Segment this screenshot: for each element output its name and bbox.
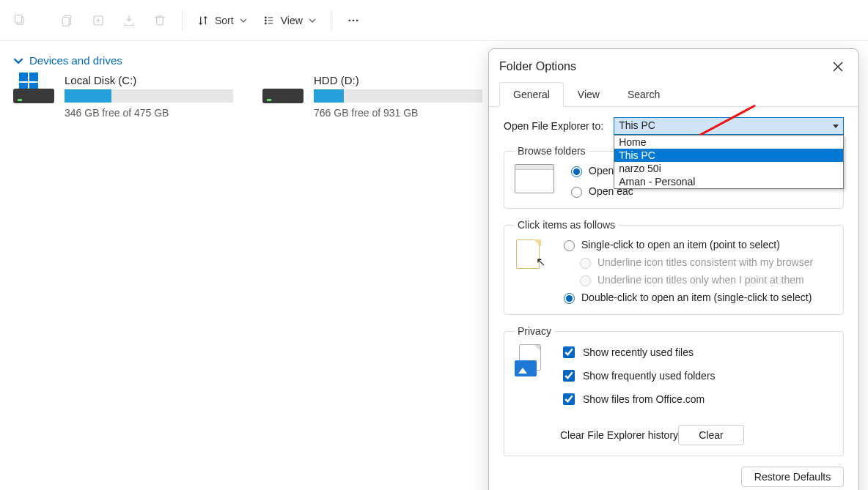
radio-single-click[interactable]: Single-click to open an item (point to s…	[560, 238, 813, 251]
tab-view[interactable]: View	[564, 82, 614, 107]
check-office-files[interactable]: Show files from Office.com	[560, 391, 744, 407]
combo-selected[interactable]: This PC	[614, 117, 844, 135]
drive-free-text: 766 GB free of 931 GB	[314, 107, 482, 119]
svg-point-6	[265, 20, 266, 21]
click-items-group: Click items as follows ↖ Single-click to…	[504, 219, 844, 315]
tab-strip: General View Search	[489, 81, 858, 107]
folder-options-dialog: Folder Options General View Search Open …	[488, 48, 859, 490]
group-header-label: Devices and drives	[29, 54, 122, 67]
sort-dropdown[interactable]: Sort	[190, 6, 254, 35]
page-click-icon: ↖	[515, 238, 547, 270]
separator	[331, 10, 331, 31]
drive-name: Local Disk (C:)	[65, 74, 233, 86]
tab-general[interactable]: General	[499, 82, 564, 107]
radio-double-click[interactable]: Double-click to open an item (single-cli…	[560, 291, 813, 304]
svg-point-10	[356, 19, 358, 21]
drive-usage-bar	[314, 89, 482, 103]
view-dropdown[interactable]: View	[256, 6, 323, 35]
copy-icon	[84, 6, 113, 35]
combo-popup: Home This PC narzo 50i Aman - Personal	[614, 135, 844, 189]
open-explorer-combo[interactable]: This PC Home This PC narzo 50i Aman - Pe…	[614, 117, 844, 135]
paste-icon	[114, 6, 144, 35]
combo-option[interactable]: Aman - Personal	[614, 175, 843, 188]
drive-icon	[262, 74, 304, 103]
check-recent-files[interactable]: Show recently used files	[560, 344, 744, 360]
clear-history-label: Clear File Explorer history	[560, 429, 678, 441]
svg-point-5	[265, 17, 266, 18]
clear-button[interactable]: Clear	[678, 425, 744, 445]
restore-defaults-button[interactable]: Restore Defaults	[741, 467, 844, 487]
svg-rect-1	[15, 15, 22, 23]
new-item-icon	[6, 6, 35, 35]
browse-legend: Browse folders	[515, 145, 589, 157]
more-icon[interactable]	[339, 6, 368, 35]
drive-name: HDD (D:)	[314, 74, 482, 86]
drive-item[interactable]: Local Disk (C:) 346 GB free of 475 GB	[13, 74, 233, 119]
combo-option[interactable]: Home	[614, 136, 843, 149]
tab-search[interactable]: Search	[614, 82, 674, 107]
drive-icon	[13, 74, 54, 103]
toolbar: Sort View	[0, 0, 868, 41]
sort-label: Sort	[215, 15, 234, 26]
svg-point-9	[352, 19, 354, 21]
dialog-title: Folder Options	[499, 60, 576, 73]
view-label: View	[281, 15, 303, 26]
separator	[182, 10, 183, 31]
drive-item[interactable]: HDD (D:) 766 GB free of 931 GB	[262, 74, 482, 119]
combo-option[interactable]: narzo 50i	[614, 162, 843, 175]
radio-underline-point: Underline icon titles only when I point …	[576, 273, 813, 286]
drive-free-text: 346 GB free of 475 GB	[65, 107, 233, 119]
open-explorer-label: Open File Explorer to:	[504, 120, 603, 132]
svg-point-7	[265, 23, 266, 24]
drive-usage-bar	[65, 89, 233, 103]
privacy-group: Privacy Show recently used files Show fr…	[504, 325, 844, 456]
cut-icon	[53, 6, 82, 35]
rename-icon	[145, 6, 174, 35]
svg-rect-3	[62, 17, 69, 26]
click-legend: Click items as follows	[515, 219, 618, 231]
privacy-icon	[515, 344, 547, 376]
combo-option[interactable]: This PC	[614, 149, 843, 162]
radio-underline-browser: Underline icon titles consistent with my…	[576, 256, 813, 269]
check-frequent-folders[interactable]: Show frequently used folders	[560, 368, 744, 384]
svg-point-8	[348, 19, 350, 21]
privacy-legend: Privacy	[515, 325, 554, 337]
close-button[interactable]	[828, 56, 848, 77]
window-icon	[515, 164, 554, 193]
